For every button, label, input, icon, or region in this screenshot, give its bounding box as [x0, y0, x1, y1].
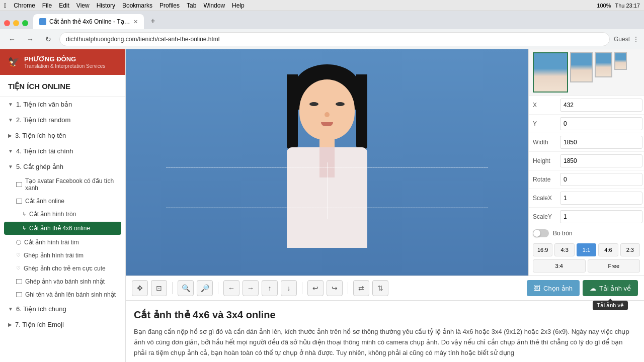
ratio-3-4[interactable]: 3:4	[533, 259, 586, 273]
heart-icon: ♡	[16, 252, 21, 258]
edit-menu[interactable]: Edit	[59, 2, 69, 9]
sidebar-item-cat-anh-online[interactable]: Cắt ảnh online	[0, 195, 125, 208]
zoom-in-button[interactable]: 🔍	[178, 280, 194, 296]
sidebar-item-ghep-trai-tim[interactable]: ♡ Ghép ảnh hình trái tim	[0, 249, 125, 262]
chevron-right-icon: ▶	[8, 322, 12, 327]
sidebar-item-label: 1. Tiện ích văn bản	[16, 101, 72, 108]
crop-tool-button[interactable]: ⊡	[151, 280, 167, 296]
choose-image-button[interactable]: 🖼 Chọn ảnh	[527, 280, 580, 296]
history-menu[interactable]: History	[97, 2, 115, 9]
ratio-free[interactable]: Free	[588, 259, 640, 273]
scalex-input[interactable]	[560, 192, 642, 205]
preview-thumb-small[interactable]	[595, 52, 612, 77]
new-tab-button[interactable]: +	[146, 14, 160, 28]
sidebar-item-ghep-tre-em[interactable]: ♡ Ghép ảnh cho trẻ em cực cute	[0, 262, 125, 275]
sidebar-item-cat-anh-the[interactable]: ↳ Cắt ảnh thẻ 4x6 online	[4, 222, 121, 235]
chevron-down-icon: ▼	[8, 148, 13, 154]
flip-h-button[interactable]: ⇄	[353, 280, 369, 296]
sidebar: 🦅 PHƯƠNG ĐÔNG Translation & Interpretati…	[0, 49, 126, 362]
extensions-button[interactable]: ⋮	[633, 36, 639, 43]
scaley-input[interactable]	[560, 210, 642, 223]
sidebar-sub-label: Ghép ảnh vào bánh sinh nhật	[25, 278, 105, 285]
ratio-16-9[interactable]: 16:9	[533, 243, 552, 256]
tab-menu[interactable]: Tab	[187, 2, 196, 9]
view-menu[interactable]: View	[76, 2, 90, 9]
download-button[interactable]: ☁ Tải ảnh về Tải ảnh về	[583, 280, 638, 296]
window-menu[interactable]: Window	[203, 2, 225, 9]
chrome-menu[interactable]: Chrome	[14, 2, 35, 9]
sidebar-sub-label: Ghép ảnh cho trẻ em cực cute	[24, 265, 106, 272]
sidebar-item-emoji[interactable]: ▶ 7. Tiện ích Emoji	[0, 317, 125, 332]
sidebar-item-random[interactable]: ▼ 2. Tiện ích random	[0, 112, 125, 128]
pan-left-button[interactable]: ←	[223, 280, 239, 296]
height-input[interactable]	[560, 154, 642, 167]
x-input[interactable]	[560, 99, 642, 112]
rotate-input[interactable]	[560, 173, 642, 186]
sidebar-title: TIỆN ÍCH ONLINE	[0, 75, 125, 97]
apple-icon: 	[4, 2, 7, 10]
sidebar-item-van-ban[interactable]: ▼ 1. Tiện ích văn bản	[0, 97, 125, 112]
toolbar-separator-4	[348, 282, 348, 294]
sidebar-item-label: 7. Tiện ích Emoji	[15, 321, 64, 328]
preview-thumb-medium[interactable]	[570, 52, 593, 82]
ratio-4-6[interactable]: 4:6	[598, 243, 618, 256]
sidebar-item-cat-hinh-tron[interactable]: ↳ Cắt ảnh hình tròn	[0, 208, 125, 221]
flip-v-button[interactable]: ⇅	[372, 280, 388, 296]
redo-button[interactable]: ↪	[327, 280, 343, 296]
refresh-button[interactable]: ↻	[41, 32, 55, 46]
square-icon	[16, 182, 22, 187]
download-tooltip: Tải ảnh về	[593, 301, 628, 310]
y-input[interactable]	[560, 117, 642, 130]
scaley-label: ScaleY	[533, 213, 558, 220]
user-account[interactable]: Guest	[614, 36, 630, 43]
mouth	[321, 122, 333, 126]
mac-os-bar:  Chrome File Edit View History Bookmark…	[0, 0, 644, 11]
circle-icon	[16, 240, 21, 245]
pan-right-button[interactable]: →	[243, 280, 259, 296]
profiles-menu[interactable]: Profiles	[159, 2, 180, 9]
sidebar-item-avatar-fb[interactable]: Tạo avatar Facebook có đầu tích xanh	[0, 174, 125, 195]
sidebar-item-tien-ich-chung[interactable]: ▼ 6. Tiện ích chung	[0, 301, 125, 317]
thumb-face-medium	[571, 53, 592, 81]
forward-button[interactable]: →	[23, 32, 37, 46]
bo-tron-toggle[interactable]	[533, 229, 549, 237]
toggle-knob	[533, 230, 540, 237]
back-button[interactable]: ←	[5, 32, 19, 46]
sidebar-item-label: 4. Tiện ích tài chính	[16, 147, 73, 155]
face	[299, 79, 355, 140]
sidebar-item-ghep-banh[interactable]: Ghép ảnh vào bánh sinh nhật	[0, 275, 125, 288]
active-tab[interactable]: Cắt ảnh thẻ 4x6 Online - Tạo ... ✕	[33, 14, 144, 29]
ratio-1-1[interactable]: 1:1	[577, 243, 596, 256]
bookmarks-menu[interactable]: Bookmarks	[122, 2, 152, 9]
file-menu[interactable]: File	[42, 2, 52, 9]
sidebar-sub-label: Ghi tên và ảnh lên bánh sinh nhật	[25, 291, 116, 298]
pan-down-button[interactable]: ↓	[281, 280, 297, 296]
close-window-button[interactable]	[4, 20, 10, 26]
preview-thumb-large[interactable]	[533, 52, 568, 93]
preview-thumb-mini[interactable]	[614, 52, 627, 70]
sidebar-item-hinh-trai-tim[interactable]: Cắt ảnh hình trái tim	[0, 236, 125, 249]
undo-button[interactable]: ↩	[307, 280, 324, 296]
ratio-4-3[interactable]: 4:3	[554, 243, 574, 256]
pan-up-button[interactable]: ↑	[262, 280, 278, 296]
sidebar-item-label: 6. Tiện ích chung	[16, 305, 66, 313]
ratio-2-3[interactable]: 2:3	[620, 243, 640, 256]
maximize-window-button[interactable]	[22, 20, 28, 26]
canvas-area[interactable]	[126, 49, 528, 276]
battery-level: 100%	[597, 3, 611, 9]
move-tool-button[interactable]: ✥	[132, 280, 148, 296]
thumb-face-mini	[615, 53, 626, 69]
sidebar-item-cat-ghep[interactable]: ▼ 5. Cắt ghép ảnh	[0, 159, 125, 174]
tab-close-button[interactable]: ✕	[133, 19, 138, 25]
minimize-window-button[interactable]	[13, 20, 19, 26]
sidebar-item-ho-ten[interactable]: ▶ 3. Tiện ích họ tên	[0, 128, 125, 143]
zoom-out-button[interactable]: 🔎	[197, 280, 213, 296]
help-menu[interactable]: Help	[232, 2, 245, 9]
width-input[interactable]	[560, 136, 642, 149]
sidebar-item-tai-chinh[interactable]: ▼ 4. Tiện ích tài chính	[0, 143, 125, 159]
sidebar-item-ghi-ten-banh[interactable]: Ghi tên và ảnh lên bánh sinh nhật	[0, 288, 125, 301]
field-row-y: Y px	[529, 115, 644, 133]
download-icon: ☁	[590, 285, 596, 292]
sidebar-sub-label: Cắt ảnh online	[25, 198, 64, 205]
url-bar[interactable]: dichthuatphuongdong.com/tienich/cat-anh-…	[59, 32, 610, 46]
